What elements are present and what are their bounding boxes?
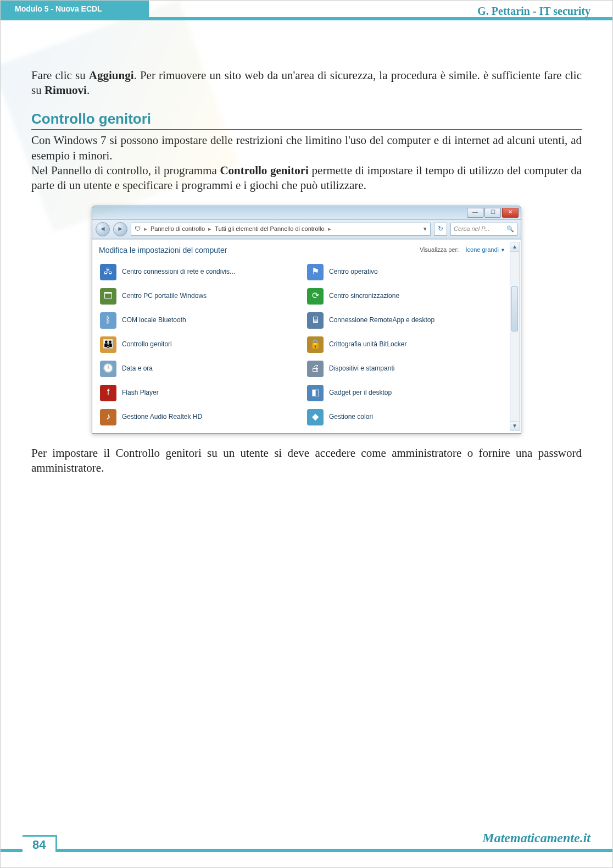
control-panel-item-icon: ⟳ [307,288,324,305]
header-bar: Modulo 5 - Nuova ECDL G. Pettarin - IT s… [1,1,612,26]
scroll-up-arrow-icon[interactable]: ▲ [510,242,519,252]
page: Modulo 5 - Nuova ECDL G. Pettarin - IT s… [0,0,613,868]
scroll-thumb[interactable] [511,286,518,331]
breadcrumb[interactable]: 🛡 ▸ Pannello di controllo ▸ Tutti gli el… [131,223,431,236]
bold-controllo-genitori: Controllo genitori [220,164,309,177]
control-panel-item-label: Centro sincronizzazione [329,292,399,300]
header-right-title: G. Pettarin - IT security [477,5,590,18]
control-panel-item-label: Centro connessioni di rete e condivis... [122,268,235,276]
text: Nel Pannello di controllo, il programma [31,164,220,177]
control-panel-item-icon: ◧ [307,385,324,401]
control-panel-item-label: Flash Player [122,389,159,397]
control-panel-item[interactable]: ◆Gestione colori [306,407,508,428]
control-panel-item[interactable]: 🖥Connessione RemoteApp e desktop [306,310,508,331]
control-panel-item-icon: ◆ [307,409,324,425]
control-panel-item[interactable]: ᛒCOM locale Bluetooth [99,310,300,331]
control-panel-item-label: COM locale Bluetooth [122,317,186,324]
control-panel-item[interactable]: 🕒Data e ora [99,358,300,379]
search-placeholder: Cerca nel P... [454,225,489,233]
refresh-button[interactable]: ↻ [434,223,447,236]
control-panel-item[interactable]: 🗔Centro PC portatile Windows [99,286,300,307]
footer-site: Matematicamente.it [482,831,590,845]
control-panel-item[interactable]: 🖧Centro connessioni di rete e condivis..… [99,262,300,283]
section-divider [31,129,582,130]
control-panel-item-label: Gestione Audio Realtek HD [122,413,202,421]
text: . [87,84,90,97]
control-panel-item-icon: 🔒 [307,336,324,353]
vertical-scrollbar[interactable]: ▲ ▼ [510,242,520,431]
scroll-down-arrow-icon[interactable]: ▼ [510,421,519,430]
bold-rimuovi: Rimuovi [44,84,87,97]
breadcrumb-1[interactable]: Pannello di controllo [151,225,205,233]
control-panel-item[interactable]: fFlash Player [99,383,300,403]
chevron-right-icon: ▸ [208,225,211,233]
control-panel-items-grid: 🖧Centro connessioni di rete e condivis..… [99,262,521,428]
control-panel-item-label: Controllo genitori [122,341,172,349]
control-panel-item-icon: 🗔 [100,288,116,305]
address-bar-row: ◄ ► 🛡 ▸ Pannello di controllo ▸ Tutti gl… [92,220,521,239]
body-header: Modifica le impostazioni del computer Vi… [99,245,521,255]
control-panel-item-label: Gestione colori [329,413,373,421]
control-panel-icon: 🛡 [135,225,141,233]
control-panel-item[interactable]: ♪Gestione Audio Realtek HD [99,407,300,428]
view-by: Visualizza per: Icone grandi ▼ [420,246,505,254]
control-panel-item-label: Connessione RemoteApp e desktop [329,317,434,324]
control-panel-item-icon: ⚑ [307,264,324,280]
control-panel-item[interactable]: ◧Gadget per il desktop [306,383,508,403]
window-titlebar: — ☐ ✕ [92,206,521,220]
page-number: 84 [23,835,57,852]
maximize-button[interactable]: ☐ [484,208,501,218]
chevron-right-icon: ▸ [328,225,331,233]
chevron-down-icon[interactable]: ▾ [423,225,427,233]
control-panel-item-icon: ♪ [100,409,116,425]
control-panel-item[interactable]: ⟳Centro sincronizzazione [306,286,508,307]
nav-back-button[interactable]: ◄ [96,222,110,236]
body-content: Fare clic su Aggiungi. Per rimuovere un … [1,26,612,476]
section-title: Controllo genitori [31,110,582,129]
footer: Matematicamente.it 84 [1,829,612,867]
paragraph-3: Nel Pannello di controllo, il programma … [31,163,582,193]
window-body: Modifica le impostazioni del computer Vi… [92,239,521,433]
text: Fare clic su [31,69,89,82]
control-panel-item[interactable]: 👪Controllo genitori [99,334,300,355]
control-panel-item-label: Centro operativo [329,268,378,276]
control-panel-item-label: Gadget per il desktop [329,389,392,397]
control-panel-item-icon: 👪 [100,336,116,353]
chevron-right-icon: ▸ [144,225,147,233]
nav-forward-button[interactable]: ► [113,222,127,236]
close-button[interactable]: ✕ [502,208,519,218]
control-panel-item[interactable]: ⚑Centro operativo [306,262,508,283]
control-panel-item-icon: ᛒ [100,312,116,329]
chevron-down-icon[interactable]: ▼ [500,247,505,253]
control-panel-window: — ☐ ✕ ◄ ► 🛡 ▸ Pannello di controllo ▸ Tu… [92,206,521,434]
control-panel-item-label: Crittografia unità BitLocker [329,341,406,349]
control-panel-item-label: Data e ora [122,365,153,373]
control-panel-item[interactable]: 🖨Dispositivi e stampanti [306,358,508,379]
minimize-button[interactable]: — [467,208,483,218]
control-panel-item-icon: f [100,385,116,401]
header-left-title: Modulo 5 - Nuova ECDL [1,1,149,17]
control-panel-item-icon: 🖥 [307,312,324,329]
bold-aggiungi: Aggiungi [89,69,134,82]
breadcrumb-2[interactable]: Tutti gli elementi del Pannello di contr… [215,225,325,233]
search-icon: 🔍 [506,225,514,233]
control-panel-item-icon: 🖧 [100,264,116,280]
control-panel-item-icon: 🕒 [100,361,116,377]
control-panel-item-label: Centro PC portatile Windows [122,292,207,300]
paragraph-2: Con Windows 7 si possono impostare delle… [31,133,582,163]
control-panel-item-label: Dispositivi e stampanti [329,365,394,373]
body-heading: Modifica le impostazioni del computer [99,245,227,255]
view-by-value[interactable]: Icone grandi [465,246,499,253]
control-panel-item-icon: 🖨 [307,361,324,377]
screenshot-container: — ☐ ✕ ◄ ► 🛡 ▸ Pannello di controllo ▸ Tu… [31,206,582,434]
paragraph-1: Fare clic su Aggiungi. Per rimuovere un … [31,68,582,98]
view-by-label: Visualizza per: [420,246,459,253]
footer-line [1,849,612,852]
search-input[interactable]: Cerca nel P... 🔍 [450,223,517,236]
paragraph-4: Per impostare il Controllo genitori su u… [31,446,582,476]
control-panel-item[interactable]: 🔒Crittografia unità BitLocker [306,334,508,355]
